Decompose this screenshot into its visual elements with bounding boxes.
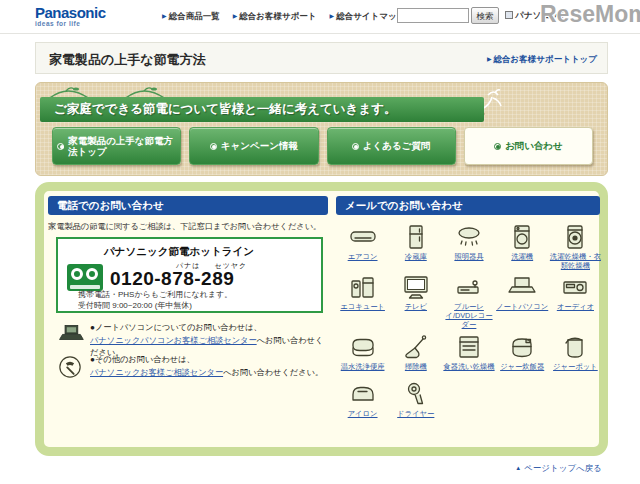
washer-dryer-icon — [560, 223, 590, 250]
store-icon — [505, 11, 513, 19]
hotline-note-hours: 受付時間 9:00~20:00 (年中無休) — [78, 300, 192, 311]
campaign-banner: ご家庭でできる節電について皆様と一緒に考えていきます。 家電製品の上手な節電方法… — [35, 82, 608, 176]
phone-icon — [58, 355, 82, 379]
appliance-link[interactable]: 食器洗い乾燥機 — [443, 362, 494, 371]
appliance-ecocute: エコキュート — [336, 273, 389, 329]
appliance-pot: ジャーポット — [549, 333, 602, 377]
appliance-link[interactable]: オーディオ — [557, 302, 594, 311]
arrow-icon: ▶ — [487, 56, 492, 62]
freedial-icon — [67, 264, 103, 291]
appliance-fridge: 冷蔵庫 — [389, 223, 442, 270]
arrow-icon: ▶ — [233, 13, 238, 19]
audio-icon — [560, 273, 590, 300]
mail-panel-header: メールでのお問い合わせ — [336, 196, 600, 215]
hotline-name: パナソニック節電ホットライン — [104, 245, 254, 259]
appliance-link[interactable]: アイロン — [348, 409, 378, 418]
laptop-icon — [507, 273, 537, 300]
ecocute-icon — [348, 273, 378, 300]
up-arrow-icon: ▲ — [515, 465, 521, 471]
dryer-icon — [401, 380, 431, 407]
appliance-link[interactable]: 温水洗浄便座 — [341, 362, 385, 371]
search-button[interactable]: 検索 — [471, 7, 499, 24]
nav-link-1[interactable]: ▶総合お客様サポート — [233, 11, 317, 23]
appliance-washer: 洗濯機 — [496, 223, 549, 270]
appliance-vacuum: 掃除機 — [389, 333, 442, 377]
bluray-icon — [454, 273, 484, 300]
appliance-iron: アイロン — [336, 380, 389, 424]
appliance-grid: エアコン冷蔵庫照明器具洗濯機洗濯乾燥機・衣類乾燥機エコキュートテレビブルーレイ/… — [336, 223, 602, 424]
back-to-top-link[interactable]: ▲ページトップへ戻る — [515, 463, 602, 475]
appliance-link[interactable]: テレビ — [405, 302, 427, 311]
search-input[interactable] — [397, 8, 469, 23]
panasonic-logo[interactable]: Panasonic ideas for life — [35, 5, 106, 27]
appliance-link[interactable]: 冷蔵庫 — [405, 252, 427, 261]
appliance-link[interactable]: 掃除機 — [405, 362, 427, 371]
arrow-icon: ▶ — [162, 13, 167, 19]
toilet-icon — [348, 333, 378, 360]
contact-content-box: 電話でのお問い合わせ 家電製品の節電に関するご相談は、下記窓口までお問い合わせく… — [35, 182, 608, 456]
appliance-link[interactable]: ブルーレイ/DVDレコーダー — [442, 302, 495, 329]
contact-item-1: ●その他のお問い合わせは、パナソニックお客様ご相談センターへお問い合わせください… — [56, 354, 328, 379]
contact-center-link[interactable]: パナソニックパソコンお客様ご相談センター — [90, 336, 257, 345]
ricecooker-icon — [507, 333, 537, 360]
tab-2[interactable]: よくあるご質問 — [327, 127, 456, 165]
hotline-phone-number: 0120-878-289 — [110, 268, 234, 290]
logo-text: Panasonic — [35, 5, 106, 20]
appliance-link[interactable]: 洗濯機 — [511, 252, 533, 261]
pot-icon — [560, 333, 590, 360]
tab-bullet-icon — [352, 143, 359, 150]
tab-bullet-icon — [210, 143, 217, 150]
nav-link-0[interactable]: ▶総合商品一覧 — [162, 11, 220, 23]
appliance-dishwasher: 食器洗い乾燥機 — [442, 333, 495, 377]
appliance-link[interactable]: ドライヤー — [397, 409, 434, 418]
support-top-link[interactable]: ▶総合お客様サポートトップ — [487, 54, 597, 66]
contact-center-link[interactable]: パナソニックお客様ご相談センター — [90, 368, 223, 377]
appliance-audio: オーディオ — [549, 273, 602, 329]
appliance-aircon: エアコン — [336, 223, 389, 270]
tab-bullet-icon — [57, 143, 64, 150]
banner-tabs: 家電製品の上手な節電方法トップキャンペーン情報よくあるご質問お問い合わせ — [52, 127, 593, 165]
aircon-icon — [348, 223, 378, 250]
appliance-link[interactable]: ジャー炊飯器 — [500, 362, 544, 371]
appliance-link[interactable]: ノートパソコン — [496, 302, 548, 311]
arrow-icon: ▶ — [330, 13, 335, 19]
appliance-light: 照明器具 — [442, 223, 495, 270]
tab-0[interactable]: 家電製品の上手な節電方法トップ — [52, 127, 181, 165]
page: Panasonic ideas for life ▶総合商品一覧▶総合お客様サポ… — [0, 0, 640, 484]
appliance-laptop: ノートパソコン — [496, 273, 549, 329]
appliance-washer-dryer: 洗濯乾燥機・衣類乾燥機 — [549, 223, 602, 270]
phone-panel-header: 電話でのお問い合わせ — [48, 196, 328, 215]
tab-bullet-icon — [494, 143, 501, 150]
laptop-icon — [58, 323, 84, 345]
hotline-note-mobile: 携帯電話・PHSからもご利用になれます。 — [78, 289, 232, 300]
appliance-dryer: ドライヤー — [389, 380, 442, 424]
banner-message: ご家庭でできる節電について皆様と一緒に考えていきます。 — [40, 97, 484, 122]
logo-tagline: ideas for life — [35, 20, 106, 27]
fridge-icon — [401, 223, 431, 250]
vacuum-icon — [401, 333, 431, 360]
iron-icon — [348, 380, 378, 407]
title-bar: 家電製品の上手な節電方法 ▶総合お客様サポートトップ — [35, 42, 608, 74]
top-nav: ▶総合商品一覧▶総合お客様サポート▶総合サイトマップ — [162, 11, 405, 23]
appliance-link[interactable]: 照明器具 — [454, 252, 483, 261]
appliance-tv: テレビ — [389, 273, 442, 329]
appliance-ricecooker: ジャー炊飯器 — [496, 333, 549, 377]
resemom-watermark: ReseMom — [540, 1, 640, 28]
appliance-link[interactable]: エコキュート — [340, 302, 385, 311]
tab-1[interactable]: キャンペーン情報 — [189, 127, 318, 165]
appliance-link[interactable]: エアコン — [348, 252, 378, 261]
washer-icon — [507, 223, 537, 250]
light-icon — [454, 223, 484, 250]
phone-panel-intro: 家電製品の節電に関するご相談は、下記窓口までお問い合わせください。 — [48, 221, 321, 232]
appliance-bluray: ブルーレイ/DVDレコーダー — [442, 273, 495, 329]
page-title: 家電製品の上手な節電方法 — [49, 51, 206, 69]
nav-link-2[interactable]: ▶総合サイトマップ — [330, 11, 406, 23]
tv-icon — [401, 273, 431, 300]
appliance-toilet: 温水洗浄便座 — [336, 333, 389, 377]
appliance-link[interactable]: ジャーポット — [553, 362, 598, 371]
hotline-box: パナソニック節電ホットライン パナはセツヤク 0120-878-289 携帯電話… — [56, 237, 323, 313]
global-header: Panasonic ideas for life ▶総合商品一覧▶総合お客様サポ… — [0, 0, 640, 34]
appliance-link[interactable]: 洗濯乾燥機・衣類乾燥機 — [549, 252, 602, 270]
dishwasher-icon — [454, 333, 484, 360]
tab-3[interactable]: お問い合わせ — [464, 127, 593, 165]
